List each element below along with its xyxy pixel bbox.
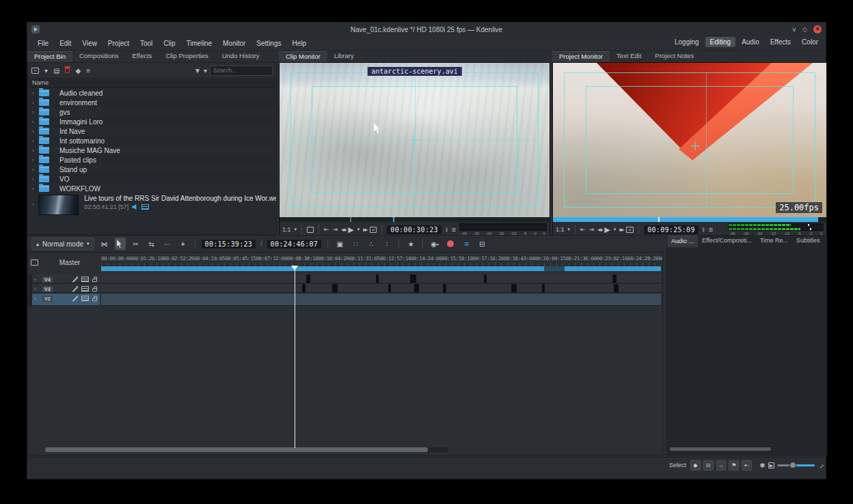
menu-file[interactable]: File: [33, 38, 53, 48]
zone-start-icon[interactable]: ⇤: [324, 226, 329, 233]
folder-row-workflow[interactable]: ›WORKFLOW: [28, 184, 276, 193]
project-timecode[interactable]: 00:09:25:09: [644, 225, 699, 234]
tab-text-edit[interactable]: Text Edit: [610, 51, 648, 62]
menu-view[interactable]: View: [77, 38, 102, 48]
project-playhead-marker[interactable]: [658, 217, 660, 222]
razor-tool-icon[interactable]: ✂: [131, 238, 141, 250]
maximize-icon[interactable]: ◇: [802, 26, 807, 33]
create-folder-icon[interactable]: ▤: [53, 67, 59, 74]
mixer-tab-audio[interactable]: Audio ...: [667, 236, 698, 247]
video-clip[interactable]: [542, 284, 545, 292]
preview-zone-icon[interactable]: ▣: [334, 238, 345, 250]
lock-icon[interactable]: [92, 279, 97, 282]
video-clip[interactable]: [376, 275, 379, 283]
expander-icon[interactable]: ›: [32, 148, 39, 154]
folder-row-int-nave[interactable]: ›Int Nave: [28, 126, 276, 136]
title-bar[interactable]: Nave_01c.kdenlive */ HD 1080i 25 fps — K…: [27, 23, 826, 36]
subtitle-track-icon[interactable]: ⊟: [476, 238, 487, 250]
extract-zone-icon[interactable]: ∴: [366, 238, 377, 250]
tool-overflow-icon[interactable]: ⋯: [162, 238, 173, 250]
track-name-badge[interactable]: V4: [42, 277, 53, 283]
expander-icon[interactable]: ›: [32, 100, 39, 106]
timecode-spinner[interactable]: ▲▼: [702, 227, 705, 232]
insert-zone-icon[interactable]: [307, 227, 314, 233]
zoom-level-select[interactable]: 1:1: [556, 226, 565, 233]
marker-pair-icon[interactable]: ∶: [381, 238, 392, 250]
timeline-hscrollbar[interactable]: [45, 447, 448, 452]
bin-menu-icon[interactable]: ≡: [86, 67, 90, 74]
mixer-tab-subtitles[interactable]: Subtitles: [792, 236, 824, 247]
edit-mode-dropdown[interactable]: ▴ Normal mode ▾: [31, 238, 94, 250]
expander-icon[interactable]: ›: [32, 128, 39, 135]
mixer-hscrollbar[interactable]: [670, 447, 771, 451]
tag-icon[interactable]: ◆: [75, 67, 81, 74]
menu-settings[interactable]: Settings: [252, 38, 286, 48]
workspace-effects[interactable]: Effects: [766, 37, 796, 47]
video-track-icon[interactable]: [81, 296, 89, 301]
lock-icon[interactable]: [92, 288, 97, 292]
timeline-zone-bar[interactable]: [101, 266, 661, 271]
video-track-icon[interactable]: [81, 286, 89, 292]
folder-row-immagini-loro[interactable]: ›Immagini Loro: [28, 117, 276, 126]
folder-row-int-sottomarino[interactable]: ›Int sottomarino: [28, 136, 276, 145]
menu-project[interactable]: Project: [103, 38, 134, 48]
expander-icon[interactable]: ›: [32, 186, 39, 192]
expander-icon[interactable]: ›: [32, 201, 38, 216]
expander-icon[interactable]: ›: [32, 119, 39, 125]
track-header-v3[interactable]: ›V3: [28, 284, 100, 293]
fast-forward-icon[interactable]: ▸▸: [619, 226, 623, 233]
folder-row-pasted-clips[interactable]: ›Pasted clips: [28, 155, 276, 165]
play-dropdown-icon[interactable]: ▾: [357, 227, 360, 232]
monitor-menu-icon[interactable]: ≡: [709, 225, 713, 234]
name-column-header[interactable]: Name: [28, 78, 276, 88]
zone-marker[interactable]: [350, 217, 351, 222]
tab-clip-properties[interactable]: Clip Properties: [159, 51, 215, 62]
zone-end-icon[interactable]: ⇥: [333, 226, 338, 233]
folder-row-stand-up[interactable]: ›Stand up: [28, 165, 276, 174]
video-clip[interactable]: [302, 284, 306, 292]
folder-row-musiche-mag-nave[interactable]: ›Musiche MAG Nave: [28, 145, 276, 155]
menu-monitor[interactable]: Monitor: [218, 38, 250, 48]
video-clip[interactable]: [443, 284, 446, 292]
playhead-line[interactable]: [295, 266, 295, 448]
menu-timeline[interactable]: Timeline: [182, 38, 217, 48]
zone-end-icon[interactable]: ⇥: [589, 226, 595, 233]
workspace-editing[interactable]: Editing: [705, 37, 736, 47]
expander-icon[interactable]: ›: [32, 157, 39, 163]
video-clip[interactable]: [306, 275, 310, 283]
resize-clip-icon[interactable]: ↔: [716, 460, 727, 471]
timeline-zoom-slider[interactable]: [777, 462, 815, 468]
video-track-icon[interactable]: [81, 277, 89, 282]
video-clip[interactable]: [332, 284, 338, 292]
folder-row-vo[interactable]: ›VO: [28, 174, 276, 184]
add-clip-icon[interactable]: +: [31, 68, 39, 74]
track-header-v2[interactable]: ›V2: [28, 294, 100, 306]
timeline-ruler[interactable]: 00:00:00:0000:01:26:1000:02:52:2000:04:1…: [101, 254, 661, 266]
workspace-color[interactable]: Color: [797, 37, 823, 47]
show-mixer-icon[interactable]: =: [461, 238, 472, 250]
mix-clips-icon[interactable]: ⋈: [99, 238, 110, 250]
clip-timecode[interactable]: 00:00:30:23: [387, 225, 442, 234]
delete-icon[interactable]: [65, 68, 70, 73]
selection-tool-icon[interactable]: [115, 238, 126, 250]
edge-snap-icon[interactable]: ⇤: [742, 460, 752, 471]
menu-clip[interactable]: Clip: [159, 38, 180, 48]
zoom-dropdown-icon[interactable]: ▾: [568, 227, 571, 232]
spacer-tool-icon[interactable]: ⇆: [146, 238, 157, 250]
track-name-badge[interactable]: V3: [42, 286, 53, 292]
track-effects-icon[interactable]: [72, 286, 78, 292]
track-effects-icon[interactable]: [72, 296, 78, 302]
clip-monitor-video[interactable]: antarctic-scenery.avi: [280, 63, 550, 217]
project-monitor-seekbar[interactable]: [553, 217, 826, 222]
track-name-badge[interactable]: V2: [42, 296, 53, 302]
video-clip[interactable]: [511, 284, 517, 292]
video-clip[interactable]: [484, 275, 487, 283]
minimize-icon[interactable]: ∨: [791, 26, 796, 33]
expander-icon[interactable]: ›: [32, 138, 39, 144]
project-monitor-video[interactable]: 25.00fps: [553, 63, 826, 217]
track-expand-icon[interactable]: ›: [34, 286, 40, 292]
tab-project-monitor[interactable]: Project Monitor: [552, 51, 610, 62]
favorite-effects-icon[interactable]: ★: [405, 238, 416, 250]
expander-icon[interactable]: ›: [32, 109, 39, 115]
timeline-settings-icon[interactable]: ✱: [759, 462, 765, 469]
